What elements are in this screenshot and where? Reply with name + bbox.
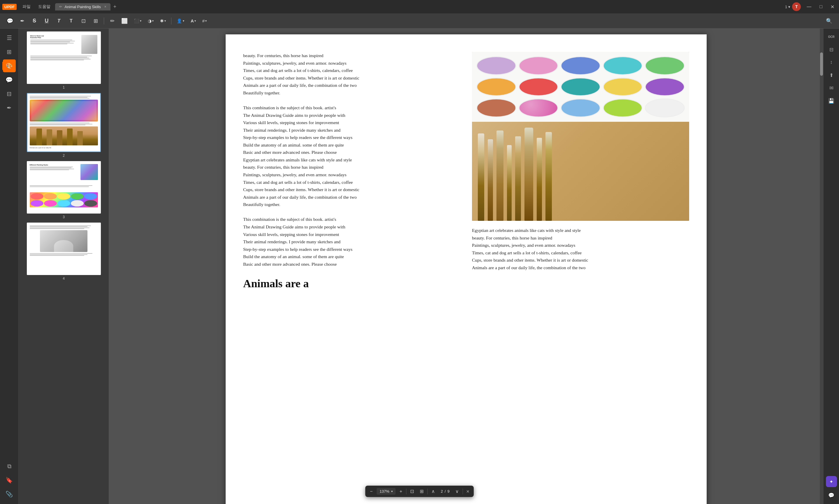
thumb-label-1: 1 (63, 85, 65, 89)
scroll-thumb[interactable] (820, 52, 823, 76)
thumb4-dog-image (40, 230, 88, 252)
save-disk-icon: 💾 (828, 98, 834, 104)
thumb3-line (30, 185, 92, 186)
zoom-out-button[interactable]: − (367, 487, 375, 496)
thumb-frame-4[interactable] (27, 222, 101, 275)
pen-tool-button[interactable]: ✒ (17, 16, 28, 26)
thumb3-line (30, 167, 73, 167)
menu-file[interactable]: 파일 (19, 3, 34, 11)
stamp-chevron-icon: ▾ (164, 19, 166, 22)
save-button[interactable]: 💾 (826, 95, 837, 107)
sidebar-item-pages[interactable]: ⊞ (3, 46, 16, 58)
ocr-text-icon: OCR (828, 35, 834, 38)
tab-label: Animal Painting Skills (65, 5, 101, 9)
paint-well-lavender (476, 56, 516, 75)
fit-page-button[interactable]: ⊡ (407, 487, 417, 496)
brush-6 (524, 128, 533, 221)
layers-stack-icon: ⧉ (7, 463, 11, 470)
brush-7 (537, 138, 542, 221)
sidebar-item-comment[interactable]: 💬 (3, 73, 16, 86)
crop-tool-button[interactable]: ⊡ (78, 16, 89, 26)
thumbnail-2[interactable]: Animals are a part of our daily life 2 (21, 93, 106, 158)
page-counter: 1 ▾ (785, 5, 790, 9)
hash-button[interactable]: # ▾ (200, 17, 209, 24)
thumb4-line (30, 254, 88, 255)
zoom-level-display[interactable]: 137% ▾ (377, 488, 395, 495)
paint-well-lime (603, 98, 643, 118)
ai-assistant-button[interactable]: ✦ (826, 476, 837, 487)
thumb-frame-1[interactable]: How to Draw ourFavorite Pets (27, 32, 101, 84)
underline-tool-button[interactable]: U (41, 16, 52, 26)
close-bottom-bar-button[interactable]: ✕ (464, 487, 472, 496)
search-button[interactable]: 🔍 (824, 16, 834, 26)
paint-well-magenta (519, 98, 559, 118)
close-button[interactable]: ✕ (828, 3, 837, 10)
tab-close-button[interactable]: × (104, 5, 106, 9)
color-text-button[interactable]: A ▾ (188, 17, 198, 24)
thumbnail-1[interactable]: How to Draw ourFavorite Pets (21, 32, 106, 89)
curve-icon: ◑ (148, 18, 152, 23)
menu-help[interactable]: 도움말 (35, 3, 53, 11)
curve-chevron-icon: ▾ (152, 19, 154, 22)
brush-8 (545, 132, 552, 221)
sidebar-item-paint[interactable]: 🎨 (3, 59, 16, 72)
person-tool-button[interactable]: 👤 ▾ (174, 17, 187, 25)
thumb1-line (30, 57, 87, 57)
thumbnail-3[interactable]: Different Painting Styles (21, 161, 106, 219)
app-logo[interactable]: UPDF (2, 4, 17, 10)
bookmark-list-icon: 🔖 (5, 476, 13, 484)
ocr-button[interactable]: OCR (826, 31, 837, 42)
stamp-tool-button[interactable]: ✱ ▾ (158, 17, 168, 25)
hash-chevron-icon: ▾ (205, 19, 207, 22)
text-capital-tool-button[interactable]: T (66, 16, 76, 26)
nav-panel-icon: ⊟ (7, 90, 12, 97)
user-avatar[interactable]: T (792, 2, 801, 11)
sidebar-item-bookmark[interactable]: 🔖 (3, 474, 16, 487)
share-button[interactable]: ⬆ (826, 69, 837, 81)
thumb-label-2: 2 (63, 154, 65, 158)
sidebar-item-document[interactable]: ☰ (3, 32, 16, 44)
scroll-track[interactable] (820, 29, 823, 504)
title-bar: UPDF 파일 도움말 ✏ Animal Painting Skills × +… (0, 0, 839, 13)
shape-tool-button[interactable]: ⬛ ▾ (132, 17, 144, 25)
thumb-frame-3[interactable]: Different Painting Styles (27, 161, 101, 214)
eraser-tool-button[interactable]: ⬜ (119, 16, 130, 26)
thumb-frame-2[interactable]: Animals are a part of our daily life (27, 93, 101, 152)
page-edit-icon: ⊟ (829, 47, 834, 53)
toolbar-separator-1 (104, 17, 104, 24)
sidebar-item-attachment[interactable]: 📎 (3, 488, 16, 501)
thumb3-painting-image (81, 164, 98, 180)
main-content-area[interactable]: beauty. For centuries, this horse has in… (109, 29, 823, 504)
tab-document[interactable]: ✏ Animal Painting Skills × (55, 3, 110, 11)
thumbnail-panel[interactable]: How to Draw ourFavorite Pets (19, 29, 109, 504)
thumbnail-4[interactable]: 4 (21, 222, 106, 281)
sidebar-item-nav[interactable]: ⊟ (3, 87, 16, 100)
minimize-button[interactable]: — (804, 3, 814, 10)
thumb2-line (30, 97, 88, 97)
curve-tool-button[interactable]: ◑ ▾ (145, 17, 156, 25)
edit-doc-icon: ✒ (7, 104, 12, 111)
scroll-down-button[interactable]: ∨ (452, 487, 462, 496)
thumb3-line (30, 186, 89, 187)
table-tool-button[interactable]: ⊞ (90, 16, 101, 26)
sidebar-item-layers[interactable]: ⧉ (3, 460, 16, 472)
email-button[interactable]: ✉ (826, 82, 837, 94)
convert-button[interactable]: ↕ (826, 56, 837, 68)
new-tab-button[interactable]: + (111, 3, 119, 11)
fit-width-button[interactable]: ⊞ (417, 487, 426, 496)
highlight-tool-button[interactable]: ✏ (107, 16, 118, 26)
zoom-in-button[interactable]: + (397, 487, 405, 496)
text-tool-button[interactable]: T (54, 16, 64, 26)
maximize-button[interactable]: □ (817, 3, 825, 10)
thumb2-line (30, 124, 92, 124)
thumb2-palette-image (30, 100, 98, 122)
brush-3 (496, 130, 504, 221)
sidebar-item-edit[interactable]: ✒ (3, 102, 16, 114)
scroll-up-button[interactable]: ∧ (429, 487, 438, 496)
page-edit-button[interactable]: ⊟ (826, 44, 837, 55)
feedback-button[interactable]: 💬 (826, 489, 837, 501)
comment-tool-button[interactable]: 💬 (5, 16, 15, 26)
strikethrough-tool-button[interactable]: S (29, 16, 40, 26)
thumb3-title: Different Painting Styles (30, 164, 79, 166)
email-envelope-icon: ✉ (829, 85, 834, 91)
